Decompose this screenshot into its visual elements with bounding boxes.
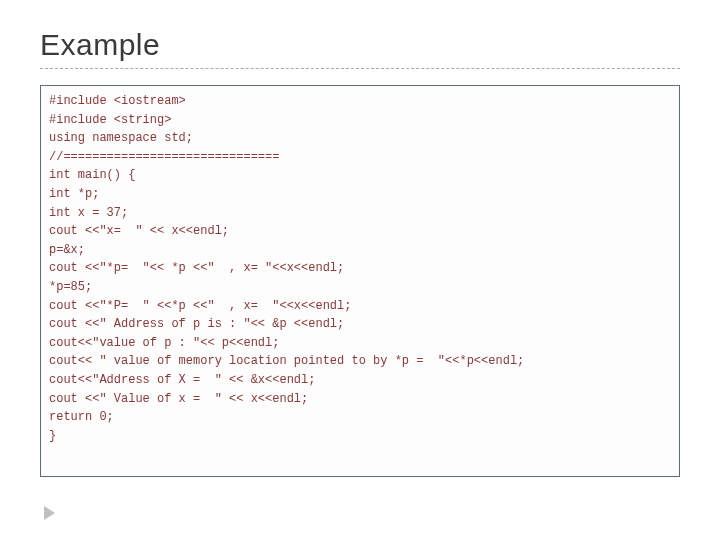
title-divider <box>40 68 680 69</box>
code-container: #include <iostream> #include <string> us… <box>40 85 680 477</box>
slide: Example #include <iostream> #include <st… <box>0 0 720 540</box>
code-block: #include <iostream> #include <string> us… <box>49 92 671 445</box>
triangle-icon <box>44 506 55 520</box>
page-title: Example <box>40 28 680 62</box>
